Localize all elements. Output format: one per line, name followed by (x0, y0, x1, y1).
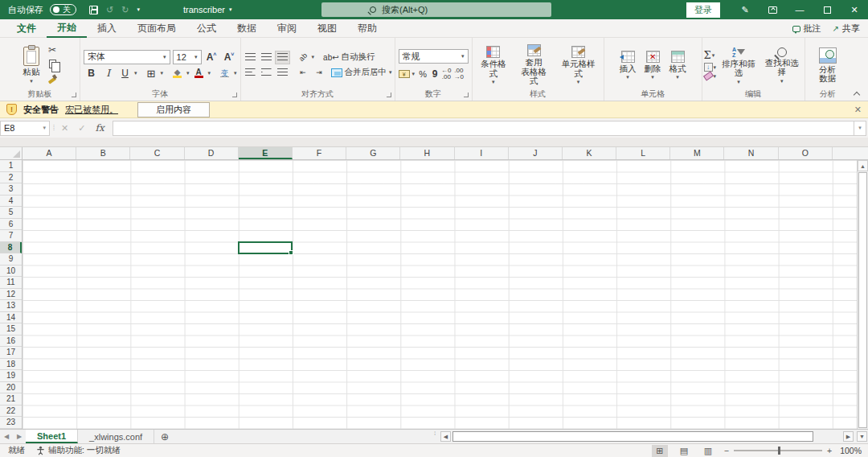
row-header-6[interactable]: 6 (0, 219, 22, 231)
format-painter-button[interactable] (45, 72, 60, 85)
underline-dropdown-icon[interactable]: ▾ (134, 71, 137, 76)
column-header-I[interactable]: I (455, 147, 509, 159)
font-color-button[interactable]: A (191, 67, 207, 80)
row-header-16[interactable]: 16 (0, 336, 22, 348)
alignment-dialog-launcher[interactable] (387, 93, 391, 97)
row-header-19[interactable]: 19 (0, 370, 22, 382)
qat-dropdown-icon[interactable]: ▾ (137, 6, 140, 13)
search-box[interactable]: 搜索(Alt+Q) (321, 2, 551, 17)
row-header-11[interactable]: 11 (0, 277, 22, 289)
zoom-thumb[interactable] (778, 447, 780, 455)
delete-cells-button[interactable]: ✕ 删除 ▾ (641, 48, 665, 80)
scroll-up-icon[interactable]: ▲ (858, 160, 868, 171)
insert-function-icon[interactable]: fx (95, 122, 104, 134)
cancel-icon[interactable]: ✕ (61, 123, 68, 134)
column-header-J[interactable]: J (509, 147, 563, 159)
pen-icon[interactable]: ✎ (731, 0, 759, 19)
autosave-toggle[interactable]: 关 (50, 4, 76, 15)
formula-bar-expand-icon[interactable]: ▾ (854, 121, 866, 136)
scroll-left-icon[interactable]: ◀ (440, 431, 451, 442)
wrap-text-button[interactable]: ab↩ 自动换行 (323, 51, 375, 64)
number-dialog-launcher[interactable] (464, 93, 469, 97)
percent-style-button[interactable]: % (417, 67, 428, 80)
align-top-button[interactable] (243, 51, 258, 64)
accessibility-status[interactable]: 辅助功能: 一切就绪 (36, 445, 121, 456)
column-header-G[interactable]: G (346, 147, 400, 159)
increase-font-button[interactable]: A˄ (204, 50, 219, 64)
row-header-22[interactable]: 22 (0, 406, 22, 418)
message-bar-close-icon[interactable]: ✕ (854, 105, 862, 115)
row-header-21[interactable]: 21 (0, 393, 22, 406)
align-middle-button[interactable] (259, 51, 274, 64)
close-button[interactable]: ✕ (841, 0, 868, 19)
orientation-dropdown-icon[interactable]: ▾ (312, 55, 315, 60)
fill-color-button[interactable]: ◆ (170, 67, 185, 80)
font-size-select[interactable]: 12▾ (173, 50, 202, 64)
redo-icon[interactable]: ↻ (121, 5, 129, 15)
collapse-ribbon-icon[interactable] (853, 90, 860, 97)
column-header-B[interactable]: B (76, 147, 130, 159)
tab-数据[interactable]: 数据 (227, 19, 267, 38)
column-header-D[interactable]: D (185, 147, 239, 159)
accounting-dropdown-icon[interactable]: ▾ (412, 72, 416, 76)
column-header-L[interactable]: L (616, 147, 670, 159)
enable-content-button[interactable]: 启用内容 (137, 102, 210, 117)
orientation-button[interactable]: ab (296, 51, 311, 64)
scroll-right-icon[interactable]: ▶ (843, 431, 854, 442)
tab-审阅[interactable]: 审阅 (267, 19, 307, 38)
italic-button[interactable]: I (100, 67, 116, 80)
tab-公式[interactable]: 公式 (186, 19, 227, 38)
page-layout-view-icon[interactable]: ▤ (676, 445, 692, 457)
column-header-C[interactable]: C (130, 147, 184, 159)
document-title[interactable]: transcriber ▾ (183, 0, 231, 19)
sheet-tab-Sheet1[interactable]: Sheet1 (26, 430, 78, 443)
tab-文件[interactable]: 文件 (6, 19, 47, 38)
undo-icon[interactable]: ↺ (106, 5, 113, 15)
sheet-tab-_xlwings.conf[interactable]: _xlwings.conf (78, 430, 154, 443)
underline-button[interactable]: U (117, 67, 133, 80)
column-header-E[interactable]: E (239, 147, 293, 159)
column-header-A[interactable]: A (23, 147, 76, 159)
conditional-formatting-button[interactable]: 条件格式 ▾ (474, 43, 513, 84)
sheet-nav-left-icon[interactable]: ◀ (0, 430, 13, 443)
tab-页面布局[interactable]: 页面布局 (127, 19, 186, 38)
row-header-23[interactable]: 23 (0, 417, 22, 429)
comments-button[interactable]: 批注 (792, 23, 821, 35)
vertical-scroll-thumb[interactable] (858, 172, 867, 428)
sort-filter-button[interactable]: AZ 排序和筛选 ▾ (718, 44, 760, 84)
format-cells-button[interactable]: 格式 ▾ (666, 48, 690, 80)
row-header-20[interactable]: 20 (0, 382, 22, 394)
number-format-select[interactable]: 常规▾ (399, 49, 469, 64)
tab-split-grip[interactable]: ⁞ (434, 432, 436, 435)
phonetic-guide-button[interactable]: 变 (217, 67, 232, 80)
enter-icon[interactable]: ✓ (78, 123, 85, 134)
name-box[interactable]: E8 ▾ (0, 121, 50, 136)
vertical-scrollbar[interactable]: ▲ (857, 160, 868, 429)
cell-styles-button[interactable]: 单元格样式 ▾ (555, 43, 601, 84)
zoom-slider[interactable]: − + (724, 446, 832, 455)
row-header-13[interactable]: 13 (0, 300, 22, 312)
row-header-7[interactable]: 7 (0, 230, 22, 242)
borders-dropdown-icon[interactable]: ▾ (161, 71, 164, 76)
horizontal-scrollbar[interactable]: ◀ ▶ (440, 431, 854, 442)
cells-area[interactable] (23, 160, 868, 429)
row-header-14[interactable]: 14 (0, 312, 22, 324)
increase-decimal-button[interactable]: ←0.00 (441, 68, 451, 80)
scroll-down-icon[interactable]: ▼ (857, 431, 867, 442)
increase-indent-button[interactable]: ⇥ (312, 66, 327, 80)
align-center-button[interactable] (259, 66, 274, 80)
column-header-M[interactable]: M (670, 147, 724, 159)
phonetic-dropdown-icon[interactable]: ▾ (234, 71, 237, 76)
tab-帮助[interactable]: 帮助 (347, 19, 387, 38)
zoom-in-icon[interactable]: + (827, 446, 832, 455)
align-bottom-button[interactable] (275, 51, 290, 64)
tab-插入[interactable]: 插入 (87, 19, 127, 38)
active-cell[interactable] (238, 241, 293, 255)
row-header-4[interactable]: 4 (0, 196, 22, 208)
bold-button[interactable]: B (84, 67, 99, 80)
align-right-button[interactable] (275, 66, 290, 80)
sheet-nav-right-icon[interactable]: ▶ (13, 430, 26, 443)
select-all-corner[interactable] (0, 147, 23, 159)
cut-button[interactable]: ✂ (45, 43, 60, 56)
comma-style-button[interactable]: 9 (431, 67, 439, 80)
